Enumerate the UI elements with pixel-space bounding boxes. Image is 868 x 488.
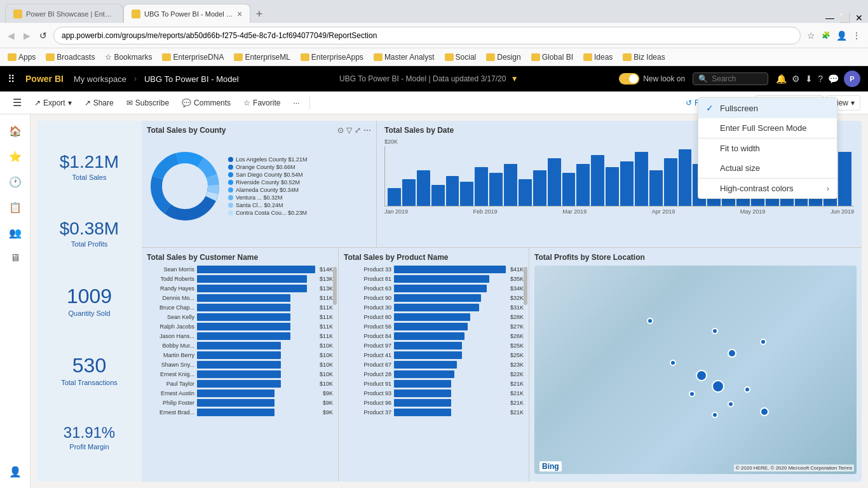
product-label-5: Product 80 [344, 314, 391, 320]
more-options-button[interactable]: ··· [288, 96, 304, 110]
toggle-switch[interactable] [619, 73, 639, 85]
sidebar-item-favorite[interactable]: ⭐ [4, 145, 27, 168]
product-bar-outer-13 [394, 390, 506, 397]
new-tab-button[interactable]: + [250, 5, 268, 23]
product-value-8: $25K [510, 342, 524, 349]
bm-bookmarks[interactable]: ☆Bookmarks [102, 51, 154, 63]
bm-ideas[interactable]: Ideas [581, 51, 615, 63]
refresh-button[interactable]: ↺ [37, 28, 50, 43]
bm-broadcasts[interactable]: Broadcasts [43, 51, 97, 63]
bm-enterprisedna[interactable]: EnterpriseDNA [159, 51, 226, 63]
profile-icon[interactable]: 👤 [835, 29, 848, 42]
product-bar-outer-4 [394, 304, 506, 311]
chat-icon[interactable]: 💬 [828, 74, 839, 84]
product-bar-outer-10 [394, 361, 506, 369]
sidebar-item-home[interactable]: 🏠 [4, 119, 27, 142]
avatar[interactable]: P [844, 71, 860, 87]
sidebar-item-apps[interactable]: 📋 [4, 196, 27, 219]
browser-chrome: Power BI Showcase | Enterprise L... UBG … [0, 0, 868, 66]
county-filter-icon[interactable]: ▽ [346, 126, 352, 135]
date-chart-title: Total Sales by Date [384, 126, 854, 135]
sidebar-item-profile[interactable]: 👤 [4, 460, 27, 483]
date-bar-20 [664, 158, 677, 206]
county-focus-icon[interactable]: ⊙ [337, 126, 344, 135]
sidebar-item-shared[interactable]: 👥 [4, 221, 27, 244]
extensions-icon[interactable]: 🧩 [820, 29, 832, 42]
subscribe-icon: ✉ [126, 98, 133, 107]
product-bar-outer-7 [394, 332, 506, 340]
customer-label-0: Sean Morris [147, 266, 194, 273]
report-name-nav[interactable]: UBG To Power BI - Model [144, 74, 239, 84]
forward-button[interactable]: ▶ [21, 28, 33, 43]
product-label-1: Product 81 [344, 276, 391, 282]
date-bar-25 [736, 161, 750, 207]
date-bar-26 [751, 152, 764, 206]
county-more-icon[interactable]: ⋯ [363, 126, 371, 135]
customer-row-12: Paul Taylor $10K [147, 380, 333, 388]
search-box[interactable]: 🔍 [693, 72, 768, 85]
date-bar-24 [722, 146, 735, 206]
date-bars-container [384, 146, 854, 207]
product-value-2: $34K [510, 285, 524, 292]
bm-globalbi[interactable]: Global BI [529, 51, 576, 63]
subscribe-button[interactable]: ✉ Subscribe [121, 96, 174, 110]
view-button[interactable]: View ▾ [826, 95, 860, 111]
bm-bizideas[interactable]: Biz Ideas [620, 51, 667, 63]
comments-button[interactable]: 💬 Comments [177, 96, 236, 110]
tab-2[interactable]: UBG To Power BI - Model - Powe... × [123, 4, 250, 23]
settings-icon[interactable]: ⋮ [850, 29, 863, 42]
export-button[interactable]: ↗ Export ▾ [29, 96, 77, 110]
new-look-toggle[interactable]: New look on [619, 73, 685, 85]
date-label-feb: Feb 2019 [473, 208, 498, 215]
date-bar-23 [707, 155, 721, 206]
favorite-button[interactable]: ☆ Favorite [238, 96, 285, 110]
sidebar-item-recent[interactable]: 🕐 [4, 170, 27, 193]
map-dot-7 [670, 360, 676, 366]
grid-menu-icon[interactable]: ⠿ [8, 73, 15, 85]
bookmark-star-icon[interactable]: ☆ [804, 29, 817, 42]
download-icon[interactable]: ⬇ [805, 74, 813, 84]
tab-1[interactable]: Power BI Showcase | Enterprise L... [5, 4, 123, 23]
county-expand-icon[interactable]: ⤢ [355, 126, 361, 135]
close-browser-button[interactable]: ✕ [855, 13, 863, 23]
search-input[interactable] [712, 74, 763, 83]
customer-row-2: Randy Hayes $13K [147, 285, 333, 292]
tab2-title: UBG To Power BI - Model - Powe... [144, 10, 233, 18]
my-workspace-nav[interactable]: My workspace [74, 74, 126, 84]
collapse-sidebar-button[interactable]: ☰ [8, 94, 27, 111]
bm-enterpriseapps[interactable]: EnterpriseApps [298, 51, 366, 63]
tab2-close[interactable]: × [237, 9, 242, 19]
customer-chart-title: Total Sales by Customer Name [147, 253, 333, 262]
url-bar[interactable] [53, 27, 801, 44]
date-y-labels: $20K [384, 139, 854, 145]
map-chart-section: Total Profits by Store Location [529, 248, 862, 482]
minimize-button[interactable]: — [825, 13, 834, 23]
back-button[interactable]: ◀ [5, 28, 17, 43]
bm-design[interactable]: Design [484, 51, 523, 63]
customer-label-2: Randy Hayes [147, 285, 194, 292]
customer-row-10: Shawn Sny... $10K [147, 361, 333, 369]
share-button[interactable]: ↗ Share [79, 96, 119, 110]
customer-value-10: $10K [320, 362, 333, 368]
customer-bar-chart: Sean Morris $14K Todd Roberts $13K Randy… [147, 266, 333, 416]
notification-icon[interactable]: 🔔 [776, 74, 787, 84]
help-icon[interactable]: ? [818, 74, 823, 84]
date-bar-17 [620, 161, 634, 207]
reset-button[interactable]: ↺ Reset to default [681, 96, 753, 110]
bm-masteranalyst[interactable]: Master Analyst [371, 51, 437, 63]
bm-enterpriseml[interactable]: EnterpriseML [231, 51, 292, 63]
kpi-margin-label: Profit Margin [43, 443, 135, 451]
customer-row-14: Philip Foster $9K [147, 399, 333, 407]
bookmarks-button[interactable]: 📑 Bookmarks ▾ [756, 95, 824, 111]
product-label-9: Product 41 [344, 352, 391, 358]
settings-gear-icon[interactable]: ⚙ [792, 74, 800, 84]
bm-apps[interactable]: Apps [5, 51, 38, 63]
sidebar-item-workspaces[interactable]: 🖥 [4, 247, 27, 269]
date-bar-6 [460, 182, 473, 206]
kpi-quantity-sold: 1009 Quantity Sold [43, 285, 135, 317]
maximize-button[interactable]: ⬜ [839, 13, 850, 23]
header-icons: 🔔 ⚙ ⬇ ? 💬 P [776, 71, 860, 87]
customer-label-10: Shawn Sny... [147, 362, 194, 368]
bm-social[interactable]: Social [442, 51, 479, 63]
date-label-mar: Mar 2019 [562, 208, 587, 215]
